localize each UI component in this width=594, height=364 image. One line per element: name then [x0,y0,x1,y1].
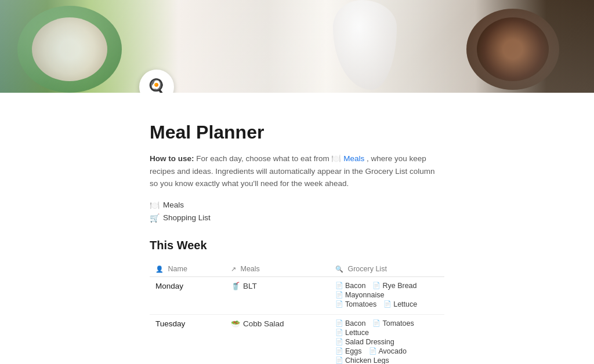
grocery-item: Eggs [335,347,362,355]
grocery-row: EggsAvocado [335,347,439,355]
hero-marble-overlay [0,0,594,93]
table-body: Monday🥤 BLTBaconRye BreadMayonnaiseTomat… [150,276,444,364]
grocery-item: Lettuce [335,329,369,337]
grocery-row: Lettuce [335,329,439,337]
grocery-cell-monday: BaconRye BreadMayonnaiseTomatoesLettuce [329,276,444,314]
meals-cell-monday: 🥤 BLT [225,276,329,314]
how-to-use-text: How to use: For each day, choose what to… [150,152,444,190]
grocery-item: Avocado [369,347,407,355]
meals-icon-inline: 🍽️ [331,154,343,163]
day-cell-monday: Monday [150,276,225,314]
meal-name: BLT [243,282,257,290]
grocery-item: Salad Dressing [335,338,394,346]
grocery-row: TomatoesLettuce [335,300,439,308]
meals-col-label: Meals [240,265,259,273]
col-header-grocery: 🔍 Grocery List [329,261,444,277]
name-col-icon: 👤 [155,265,164,272]
name-col-label: Name [168,265,187,273]
main-content: Meal Planner How to use: For each day, c… [0,93,594,364]
page-title: Meal Planner [150,122,444,143]
meal-item: 🥤 BLT [231,282,324,290]
grocery-item: Bacon [335,282,365,290]
meal-emoji: 🥗 [231,319,240,328]
grocery-row: BaconTomatoes [335,319,439,327]
grocery-row: BaconRye Bread [335,282,439,290]
meals-link-inline[interactable]: Meals [343,154,364,163]
grocery-item: Lettuce [383,300,417,308]
meals-col-icon: ↗ [231,265,236,272]
shopping-nav-label: Shopping List [163,213,211,222]
meal-name: Cobb Salad [243,319,284,328]
app-icon-emoji: 🍳 [147,78,167,93]
col-header-name: 👤 Name [150,261,225,277]
grocery-item: Mayonnaise [335,291,384,299]
this-week-title: This Week [150,239,444,252]
grocery-col-icon: 🔍 [335,265,343,272]
meals-cell-tuesday: 🥗 Cobb Salad [225,314,329,364]
meals-nav-label: Meals [163,201,184,209]
nav-link-meals[interactable]: 🍽️ Meals [150,201,444,210]
grocery-item: Bacon [335,319,365,327]
header-row: 👤 Name ↗ Meals 🔍 Grocery List [150,261,444,277]
grocery-item: Tomatoes [372,319,414,327]
table-header: 👤 Name ↗ Meals 🔍 Grocery List [150,261,444,277]
grocery-row: Salad Dressing [335,338,439,346]
grocery-item: Rye Bread [372,282,416,290]
meal-item: 🥗 Cobb Salad [231,319,324,328]
table-row: Monday🥤 BLTBaconRye BreadMayonnaiseTomat… [150,276,444,314]
how-to-use-label: How to use: [150,154,194,163]
nav-links: 🍽️ Meals 🛒 Shopping List [150,201,444,223]
day-cell-tuesday: Tuesday [150,314,225,364]
grocery-cell-tuesday: BaconTomatoesLettuceSalad DressingEggsAv… [329,314,444,364]
col-header-meals: ↗ Meals [225,261,329,277]
meals-nav-icon: 🍽️ [150,201,160,210]
week-table: 👤 Name ↗ Meals 🔍 Grocery List Monday🥤 BL… [150,261,444,364]
table-row: Tuesday🥗 Cobb SaladBaconTomatoesLettuceS… [150,314,444,364]
hero-image: 🍳 [0,0,594,93]
meal-emoji: 🥤 [231,282,240,290]
shopping-nav-icon: 🛒 [150,213,160,223]
grocery-row: Mayonnaise [335,291,439,299]
grocery-col-label: Grocery List [347,265,386,273]
nav-link-shopping[interactable]: 🛒 Shopping List [150,213,444,223]
grocery-item: Tomatoes [335,300,376,308]
how-to-use-text1: For each day, choose what to eat from [196,154,329,163]
grocery-row: Chicken Legs [335,356,439,364]
grocery-item: Chicken Legs [335,356,389,364]
